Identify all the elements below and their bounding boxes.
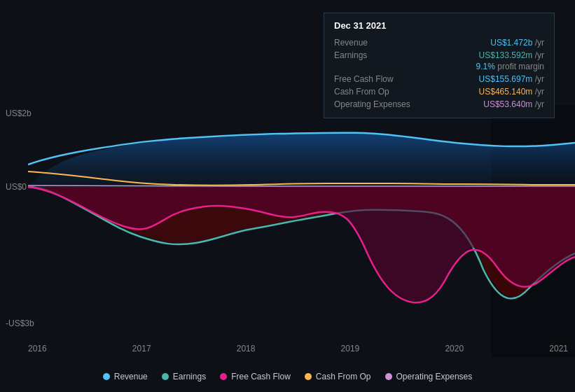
- info-subrow-margin: 9.1% profit margin: [334, 62, 544, 73]
- legend-label-cashfromop: Cash From Op: [316, 372, 371, 382]
- y-label-mid: US$0: [6, 182, 27, 192]
- fcf-area: [28, 187, 575, 301]
- legend-label-opex: Operating Expenses: [396, 372, 473, 382]
- info-label-cashfromop: Cash From Op: [334, 87, 418, 97]
- info-card: Dec 31 2021 Revenue US$1.472b /yr Earnin…: [324, 13, 555, 118]
- info-value-revenue: US$1.472b /yr: [490, 38, 544, 48]
- info-label-opex: Operating Expenses: [334, 99, 418, 109]
- x-label-2017: 2017: [132, 344, 151, 354]
- legend-dot-revenue: [103, 373, 110, 380]
- legend-item-revenue[interactable]: Revenue: [103, 372, 148, 382]
- legend-item-cashfromop[interactable]: Cash From Op: [305, 372, 371, 382]
- x-label-2018: 2018: [237, 344, 256, 354]
- info-row-opex: Operating Expenses US$53.640m /yr: [334, 98, 544, 111]
- info-row-cashfromop: Cash From Op US$465.140m /yr: [334, 85, 544, 98]
- legend: Revenue Earnings Free Cash Flow Cash Fro…: [0, 372, 575, 382]
- legend-dot-fcf: [220, 373, 227, 380]
- legend-item-opex[interactable]: Operating Expenses: [385, 372, 473, 382]
- info-label-earnings: Earnings: [334, 50, 418, 60]
- legend-label-fcf: Free Cash Flow: [231, 372, 291, 382]
- profit-margin-label: profit margin: [495, 62, 544, 71]
- legend-label-earnings: Earnings: [173, 372, 206, 382]
- x-label-2020: 2020: [445, 344, 464, 354]
- main-chart-svg: [28, 105, 575, 329]
- revenue-area: [28, 132, 575, 187]
- info-row-earnings: Earnings US$133.592m /yr: [334, 49, 544, 62]
- x-label-2021: 2021: [549, 344, 568, 354]
- chart-container: Dec 31 2021 Revenue US$1.472b /yr Earnin…: [0, 0, 575, 392]
- info-value-earnings: US$133.592m /yr: [479, 50, 544, 60]
- info-label-revenue: Revenue: [334, 38, 418, 48]
- x-label-2019: 2019: [341, 344, 360, 354]
- info-value-fcf: US$155.697m /yr: [479, 74, 544, 84]
- legend-item-earnings[interactable]: Earnings: [162, 372, 206, 382]
- legend-item-fcf[interactable]: Free Cash Flow: [220, 372, 291, 382]
- legend-dot-opex: [385, 373, 392, 380]
- info-card-title: Dec 31 2021: [334, 20, 544, 31]
- info-value-opex: US$53.640m /yr: [483, 99, 544, 109]
- profit-margin-value: 9.1%: [476, 62, 495, 71]
- legend-dot-earnings: [162, 373, 169, 380]
- legend-label-revenue: Revenue: [114, 372, 148, 382]
- x-label-2016: 2016: [28, 344, 47, 354]
- info-row-fcf: Free Cash Flow US$155.697m /yr: [334, 73, 544, 85]
- info-row-revenue: Revenue US$1.472b /yr: [334, 36, 544, 49]
- info-label-fcf: Free Cash Flow: [334, 74, 418, 84]
- legend-dot-cashfromop: [305, 373, 312, 380]
- x-labels: 2016 2017 2018 2019 2020 2021: [28, 344, 568, 354]
- info-value-cashfromop: US$465.140m /yr: [479, 87, 544, 97]
